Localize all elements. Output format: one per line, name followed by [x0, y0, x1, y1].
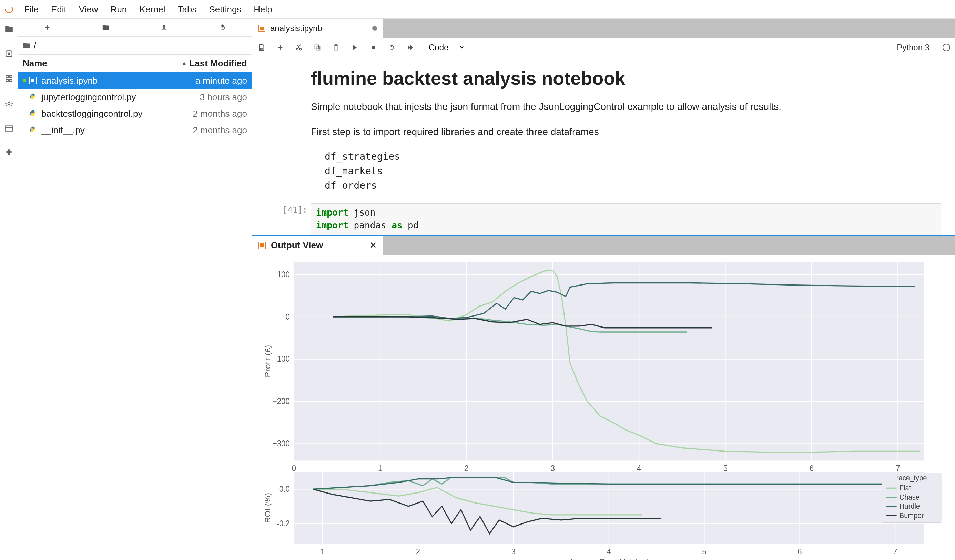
tabs-icon[interactable] — [3, 123, 14, 134]
running-dot-icon — [23, 79, 26, 82]
menu-kernel[interactable]: Kernel — [133, 0, 171, 19]
file-list-header[interactable]: Name ▲ Last Modified — [18, 55, 252, 72]
cell-type-select[interactable]: Code — [424, 41, 465, 54]
svg-text:Chase: Chase — [900, 493, 919, 501]
close-icon[interactable]: ✕ — [369, 240, 377, 251]
svg-rect-5 — [260, 48, 263, 50]
svg-text:7: 7 — [896, 463, 900, 473]
python-icon — [29, 93, 36, 101]
menu-view[interactable]: View — [73, 0, 105, 19]
new-folder-icon[interactable] — [99, 21, 113, 34]
save-icon[interactable] — [257, 43, 266, 52]
new-launcher-icon[interactable] — [40, 21, 54, 34]
svg-text:5: 5 — [723, 463, 727, 473]
menu-edit[interactable]: Edit — [45, 0, 73, 19]
notebook-icon — [258, 242, 266, 250]
breadcrumb[interactable]: / — [18, 36, 252, 55]
menu-settings[interactable]: Settings — [203, 0, 247, 19]
menu-run[interactable]: Run — [105, 0, 133, 19]
folder-icon[interactable] — [3, 23, 14, 34]
notebook-tabstrip: analysis.ipynb — [252, 19, 955, 38]
svg-text:Hurdle: Hurdle — [900, 502, 920, 510]
activity-bar — [0, 19, 18, 560]
svg-text:7: 7 — [893, 547, 897, 556]
output-chart: −300−200−100010001234567Profit (£)-0.20.… — [263, 258, 945, 560]
file-row[interactable]: analysis.ipynba minute ago — [18, 72, 252, 89]
tab-output-view[interactable]: Output View ✕ — [252, 236, 383, 255]
file-row[interactable]: jupyterloggingcontrol.py3 hours ago — [18, 89, 252, 105]
markdown-paragraph: Simple notebook that injests the json fo… — [311, 99, 941, 115]
notebook-content: flumine backtest analysis notebook Simpl… — [252, 57, 955, 235]
svg-text:3: 3 — [512, 547, 515, 556]
paste-icon[interactable] — [332, 43, 341, 52]
svg-text:3: 3 — [551, 463, 555, 473]
notebook-toolbar: Code Python 3 — [252, 38, 955, 57]
file-modified: 2 months ago — [193, 125, 247, 136]
tab-analysis-notebook[interactable]: analysis.ipynb — [252, 19, 383, 38]
copy-icon[interactable] — [313, 43, 322, 52]
running-icon[interactable] — [3, 48, 14, 59]
sort-asc-icon: ▲ — [181, 60, 188, 67]
kernel-name[interactable]: Python 3 — [897, 43, 930, 52]
svg-text:1: 1 — [378, 463, 382, 473]
svg-text:0: 0 — [292, 463, 296, 473]
file-browser: / Name ▲ Last Modified analysis.ipynba m… — [18, 19, 252, 560]
column-name[interactable]: Name — [23, 58, 181, 69]
menu-help[interactable]: Help — [247, 0, 278, 19]
python-icon — [29, 109, 36, 118]
svg-text:Profit (£): Profit (£) — [263, 345, 272, 377]
svg-text:−300: −300 — [272, 439, 290, 448]
markdown-pre: df_strategiesdf_marketsdf_orders — [311, 150, 941, 193]
svg-rect-9 — [315, 45, 319, 48]
fast-forward-icon[interactable] — [406, 43, 415, 52]
svg-text:Average Price Matched: Average Price Matched — [569, 557, 648, 560]
svg-text:2: 2 — [464, 463, 468, 473]
file-modified: a minute ago — [196, 75, 247, 86]
extension-icon[interactable] — [3, 147, 14, 158]
file-row[interactable]: backtestloggingcontrol.py2 months ago — [18, 105, 252, 122]
svg-text:4: 4 — [607, 547, 611, 556]
file-browser-toolbar — [18, 19, 252, 36]
svg-point-0 — [5, 5, 13, 14]
output-tabstrip: Output View ✕ — [252, 235, 955, 254]
svg-rect-8 — [316, 46, 320, 50]
svg-text:ROI (%): ROI (%) — [263, 493, 272, 523]
upload-icon[interactable] — [157, 21, 171, 34]
refresh-icon[interactable] — [216, 21, 230, 34]
restart-icon[interactable] — [387, 43, 396, 52]
work-area: analysis.ipynb Code Python 3 flu — [252, 19, 955, 560]
app-menubar: FileEditViewRunKernelTabsSettingsHelp — [0, 0, 955, 19]
code-cell[interactable]: [41]: import jsonimport pandas as pd — [273, 203, 941, 235]
menu-tabs[interactable]: Tabs — [171, 0, 203, 19]
file-row[interactable]: __init__.py2 months ago — [18, 122, 252, 139]
svg-text:race_type: race_type — [896, 474, 927, 482]
file-modified: 2 months ago — [193, 109, 247, 119]
code-cell-body[interactable]: import jsonimport pandas as pd — [311, 203, 941, 235]
build-icon[interactable] — [3, 73, 14, 84]
gear-icon[interactable] — [3, 98, 14, 109]
file-name: __init__.py — [41, 125, 193, 136]
run-icon[interactable] — [350, 43, 359, 52]
svg-text:5: 5 — [702, 547, 706, 556]
notebook-icon — [29, 77, 36, 84]
kernel-status-icon[interactable] — [942, 44, 950, 51]
svg-text:0.0: 0.0 — [279, 484, 290, 493]
tab-title: analysis.ipynb — [270, 23, 322, 33]
svg-text:Flat: Flat — [900, 484, 911, 492]
column-modified[interactable]: ▲ Last Modified — [181, 58, 247, 69]
stop-icon[interactable] — [369, 43, 378, 52]
file-name: backtestloggingcontrol.py — [41, 109, 193, 119]
svg-text:Bumper: Bumper — [900, 511, 924, 520]
unsaved-indicator-icon — [372, 26, 377, 31]
cell-prompt: [41]: — [273, 205, 307, 215]
svg-text:100: 100 — [277, 270, 290, 279]
menu-file[interactable]: File — [18, 0, 45, 19]
svg-text:1: 1 — [321, 547, 325, 556]
cut-icon[interactable] — [294, 43, 303, 52]
svg-rect-2 — [8, 53, 10, 55]
svg-rect-4 — [6, 126, 13, 131]
markdown-heading: flumine backtest analysis notebook — [311, 67, 941, 89]
add-cell-icon[interactable] — [276, 43, 285, 52]
svg-rect-13 — [294, 262, 924, 460]
file-name: jupyterloggingcontrol.py — [41, 92, 200, 103]
